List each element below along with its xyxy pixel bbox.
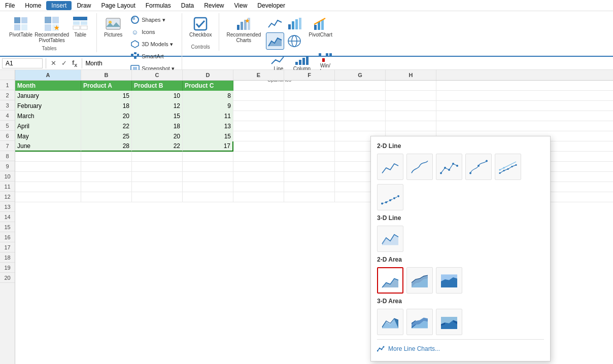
cell-d10[interactable] bbox=[183, 172, 233, 182]
cell-e7[interactable] bbox=[233, 141, 284, 152]
cell-e6[interactable] bbox=[233, 131, 284, 141]
cell-g5[interactable] bbox=[335, 121, 386, 131]
line-chart-stacked-btn[interactable] bbox=[377, 184, 403, 210]
menu-review[interactable]: Review bbox=[199, 1, 229, 10]
cell-b1[interactable]: Product A bbox=[81, 81, 132, 91]
pictures-button[interactable]: Pictures bbox=[101, 14, 125, 39]
row-header-19[interactable]: 19 bbox=[0, 263, 15, 273]
cell-a11[interactable] bbox=[15, 182, 81, 192]
cell-b8[interactable] bbox=[81, 152, 132, 162]
shapes-button[interactable]: Shapes ▾ bbox=[127, 14, 178, 25]
line-chart-button[interactable] bbox=[266, 15, 284, 31]
cell-e3[interactable] bbox=[233, 101, 284, 111]
row-header-15[interactable]: 15 bbox=[0, 222, 15, 232]
cell-f7[interactable] bbox=[284, 141, 335, 152]
function-icon[interactable]: fx bbox=[71, 58, 79, 68]
cell-e4[interactable] bbox=[233, 111, 284, 121]
row-header-5[interactable]: 5 bbox=[0, 121, 15, 131]
cell-d8[interactable] bbox=[183, 152, 233, 162]
cell-f5[interactable] bbox=[284, 121, 335, 131]
cell-a1[interactable]: Month bbox=[15, 81, 81, 91]
cell-a12[interactable] bbox=[15, 192, 81, 202]
cell-d4[interactable]: 11 bbox=[183, 111, 233, 121]
area-chart-button[interactable] bbox=[266, 32, 284, 50]
cell-d6[interactable]: 15 bbox=[183, 131, 233, 141]
cancel-formula-icon[interactable]: ✕ bbox=[49, 59, 58, 67]
row-header-8[interactable]: 8 bbox=[0, 151, 15, 161]
more-line-charts-link[interactable]: More Line Charts... bbox=[377, 343, 544, 355]
cell-c3[interactable]: 12 bbox=[132, 101, 183, 111]
col-header-g[interactable]: G bbox=[335, 70, 386, 80]
cell-a4[interactable]: March bbox=[15, 111, 81, 121]
area-stacked-btn[interactable] bbox=[406, 267, 433, 294]
cell-f3[interactable] bbox=[284, 101, 335, 111]
col-header-e[interactable]: E bbox=[233, 70, 284, 80]
cell-f8[interactable] bbox=[284, 152, 335, 162]
menu-insert[interactable]: Insert bbox=[46, 1, 72, 10]
area-3d-stacked-btn[interactable] bbox=[406, 309, 433, 335]
cell-g2[interactable] bbox=[335, 91, 386, 101]
row-header-14[interactable]: 14 bbox=[0, 212, 15, 222]
cell-e10[interactable] bbox=[233, 172, 284, 182]
cell-d3[interactable]: 9 bbox=[183, 101, 233, 111]
line-chart-markers-smooth-btn[interactable] bbox=[465, 154, 492, 180]
menu-page-layout[interactable]: Page Layout bbox=[96, 1, 140, 10]
icons-button[interactable]: ☺ Icons bbox=[127, 26, 178, 38]
cell-a7[interactable]: June bbox=[15, 141, 81, 152]
row-header-2[interactable]: 2 bbox=[0, 90, 15, 100]
cell-c1[interactable]: Product B bbox=[132, 81, 183, 91]
cell-c4[interactable]: 15 bbox=[132, 111, 183, 121]
cell-e11[interactable] bbox=[233, 182, 284, 192]
cell-c5[interactable]: 18 bbox=[132, 121, 183, 131]
cell-c8[interactable] bbox=[132, 152, 183, 162]
checkbox-button[interactable]: Checkbox bbox=[186, 14, 215, 39]
row-header-12[interactable]: 12 bbox=[0, 192, 15, 202]
col-header-b[interactable]: B bbox=[81, 70, 132, 80]
cell-d1[interactable]: Product C bbox=[183, 81, 233, 91]
area-100-btn[interactable] bbox=[436, 267, 462, 294]
cell-b3[interactable]: 18 bbox=[81, 101, 132, 111]
row-header-6[interactable]: 6 bbox=[0, 131, 15, 141]
area-3d-plain-btn[interactable] bbox=[377, 309, 403, 335]
row-header-16[interactable]: 16 bbox=[0, 232, 15, 242]
row-header-10[interactable]: 10 bbox=[0, 171, 15, 181]
cell-c12[interactable] bbox=[132, 192, 183, 202]
cell-f6[interactable] bbox=[284, 131, 335, 141]
row-header-11[interactable]: 11 bbox=[0, 181, 15, 192]
row-header-1[interactable]: 1 bbox=[0, 80, 15, 90]
cell-d7[interactable]: 17 bbox=[183, 141, 233, 152]
cell-e2[interactable] bbox=[233, 91, 284, 101]
area-3d-100-btn[interactable] bbox=[436, 309, 462, 335]
cell-c6[interactable]: 20 bbox=[132, 131, 183, 141]
cell-b5[interactable]: 22 bbox=[81, 121, 132, 131]
pivotchart-button[interactable]: PivotChart bbox=[305, 14, 335, 39]
cell-c7[interactable]: 22 bbox=[132, 141, 183, 152]
menu-formulas[interactable]: Formulas bbox=[141, 1, 176, 10]
line-chart-stacked-markers-btn[interactable] bbox=[495, 154, 521, 180]
cell-a3[interactable]: February bbox=[15, 101, 81, 111]
cell-b4[interactable]: 20 bbox=[81, 111, 132, 121]
cell-a8[interactable] bbox=[15, 152, 81, 162]
cell-h5[interactable] bbox=[386, 121, 436, 131]
cell-b2[interactable]: 15 bbox=[81, 91, 132, 101]
cell-f4[interactable] bbox=[284, 111, 335, 121]
cell-c9[interactable] bbox=[132, 162, 183, 172]
cell-f10[interactable] bbox=[284, 172, 335, 182]
row-header-7[interactable]: 7 bbox=[0, 141, 15, 151]
cell-d5[interactable]: 13 bbox=[183, 121, 233, 131]
cell-h2[interactable] bbox=[386, 91, 436, 101]
row-header-9[interactable]: 9 bbox=[0, 161, 15, 171]
cell-e9[interactable] bbox=[233, 162, 284, 172]
row-header-18[interactable]: 18 bbox=[0, 252, 15, 263]
maps-button[interactable] bbox=[285, 32, 303, 50]
cell-a2[interactable]: January bbox=[15, 91, 81, 101]
cell-f2[interactable] bbox=[284, 91, 335, 101]
cell-b11[interactable] bbox=[81, 182, 132, 192]
cell-b12[interactable] bbox=[81, 192, 132, 202]
cell-d12[interactable] bbox=[183, 192, 233, 202]
cell-f11[interactable] bbox=[284, 182, 335, 192]
line-chart-markers-btn[interactable] bbox=[436, 154, 462, 180]
col-header-h[interactable]: H bbox=[386, 70, 436, 80]
bar-chart-button[interactable] bbox=[285, 15, 303, 31]
menu-home[interactable]: Home bbox=[20, 1, 46, 10]
